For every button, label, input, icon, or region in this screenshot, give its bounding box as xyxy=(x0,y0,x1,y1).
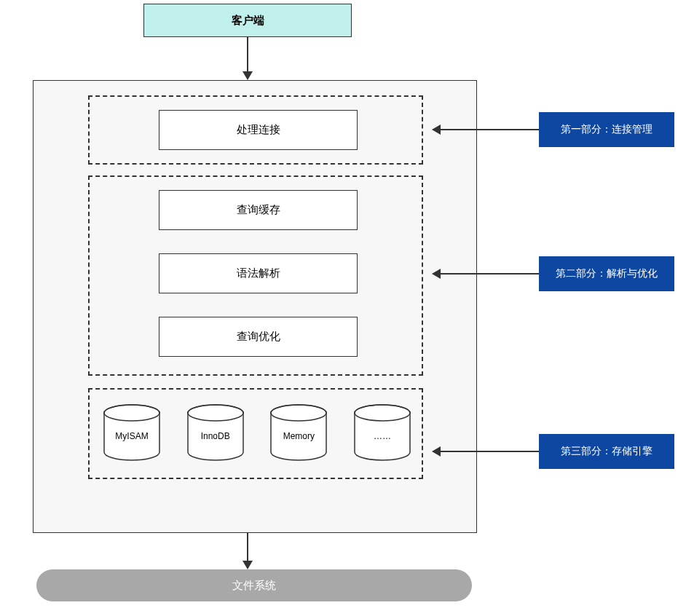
engine-label: InnoDB xyxy=(201,431,230,441)
box-syntax-parse: 语法解析 xyxy=(159,253,358,293)
annotation-label: 第一部分：连接管理 xyxy=(561,123,653,136)
filesystem-box: 文件系统 xyxy=(36,569,472,601)
svg-marker-1 xyxy=(243,71,253,80)
engine-label: …… xyxy=(374,431,391,441)
box-query-optimize: 查询优化 xyxy=(159,317,358,357)
annotation-connection: 第一部分：连接管理 xyxy=(539,112,674,147)
arrow-main-to-fs xyxy=(247,533,248,562)
annotation-parse-optimize: 第二部分：解析与优化 xyxy=(539,256,674,291)
engine-memory: Memory xyxy=(269,404,328,461)
svg-marker-17 xyxy=(432,446,441,457)
annotation-storage-engine: 第三部分：存储引擎 xyxy=(539,434,674,469)
arrowhead-down-icon xyxy=(243,71,253,80)
svg-marker-13 xyxy=(432,125,441,135)
engine-group: MyISAM InnoDB Memory xyxy=(103,404,411,461)
handle-connection-label: 处理连接 xyxy=(237,123,280,137)
engine-innodb: InnoDB xyxy=(186,404,245,461)
section-parse-optimize: 查询缓存 语法解析 查询优化 xyxy=(88,175,423,376)
annotation-label: 第三部分：存储引擎 xyxy=(561,445,653,458)
arrowhead-left-icon xyxy=(432,269,441,279)
engine-myisam: MyISAM xyxy=(103,404,161,461)
svg-marker-11 xyxy=(243,561,253,569)
annotation-label: 第二部分：解析与优化 xyxy=(556,267,658,280)
query-cache-label: 查询缓存 xyxy=(237,203,280,217)
arrowhead-left-icon xyxy=(432,125,441,135)
arrow-ann3 xyxy=(432,451,539,452)
engine-more: …… xyxy=(353,404,411,461)
section-storage-engine: MyISAM InnoDB Memory xyxy=(88,388,423,479)
arrowhead-left-icon xyxy=(432,446,441,457)
arrow-ann2 xyxy=(432,273,539,275)
client-box: 客户端 xyxy=(143,4,352,37)
client-label: 客户端 xyxy=(232,14,264,28)
filesystem-label: 文件系统 xyxy=(232,579,276,593)
query-optimize-label: 查询优化 xyxy=(237,330,280,344)
arrow-ann1 xyxy=(432,129,539,130)
engine-label: MyISAM xyxy=(115,431,148,441)
syntax-parse-label: 语法解析 xyxy=(237,266,280,280)
arrowhead-down-icon xyxy=(243,561,253,569)
box-query-cache: 查询缓存 xyxy=(159,190,358,230)
box-handle-connection: 处理连接 xyxy=(159,110,358,150)
svg-marker-15 xyxy=(432,269,441,279)
engine-label: Memory xyxy=(283,431,315,441)
main-container: 处理连接 查询缓存 语法解析 查询优化 MyISAM xyxy=(33,80,477,533)
section-connection: 处理连接 xyxy=(88,95,423,165)
